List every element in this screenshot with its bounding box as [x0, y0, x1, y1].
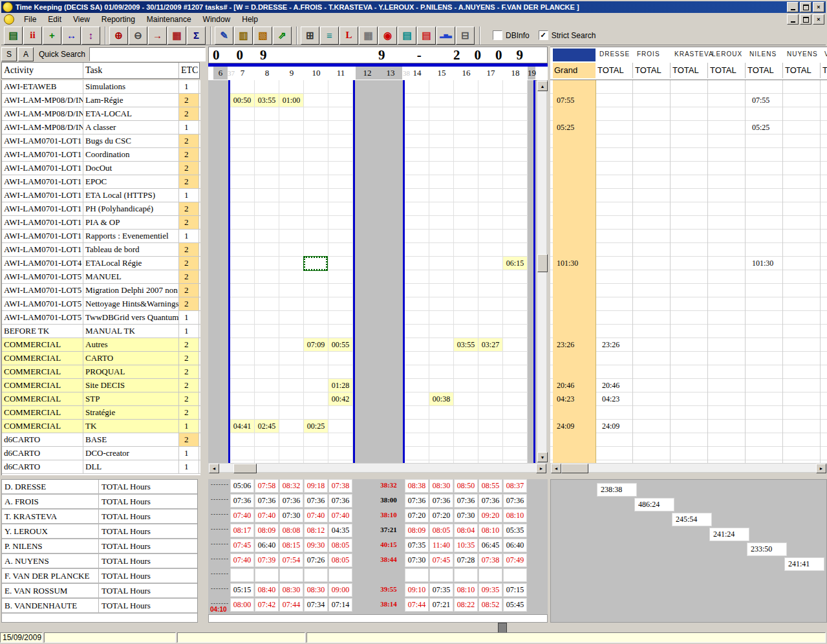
daily-hours-cell[interactable]: 09:00 — [328, 583, 352, 597]
hour-header-12[interactable]: 12 — [356, 67, 379, 80]
person-row[interactable]: A. FROISTOTAL Hours — [2, 495, 197, 510]
calculator-button[interactable]: ⊞ — [301, 27, 319, 45]
task-row[interactable]: d6CARTOBASE2 — [2, 433, 200, 447]
person-row[interactable]: B. VANDENHAUTETOTAL Hours — [2, 599, 197, 614]
sum-button[interactable]: Σ — [187, 27, 206, 45]
task-row[interactable]: AWI-LAM0701-LOT1Coordination2 — [2, 148, 200, 162]
person-column-header-v[interactable]: V — [824, 50, 827, 58]
totals-horizontal-scrollbar[interactable]: ◄ ► — [550, 463, 827, 473]
search-mode-a-button[interactable]: A — [18, 47, 34, 61]
daily-hours-cell[interactable]: 08:10 — [454, 583, 478, 597]
daily-hours-cell[interactable]: 07:36 — [255, 494, 279, 508]
daily-hours-cell[interactable]: 06:45 — [478, 539, 502, 552]
daily-hours-cell[interactable]: 08:05 — [328, 539, 352, 552]
calendar-day-button[interactable]: ▦ — [359, 27, 378, 45]
daily-hours-cell[interactable]: 05:06 — [230, 479, 254, 493]
daily-hours-cell[interactable]: 07:30 — [405, 553, 429, 567]
person-row[interactable]: A. NUYENSTOTAL Hours — [2, 554, 197, 569]
task-row[interactable]: COMMERCIALAutres2 — [2, 338, 200, 352]
task-etc-cell[interactable]: 1 — [179, 325, 199, 338]
daily-hours-cell[interactable]: 07:40 — [230, 553, 254, 567]
daily-hours-cell[interactable]: 08:30 — [429, 479, 453, 493]
task-activity-cell[interactable]: COMMERCIAL — [2, 352, 83, 365]
daily-hours-cell[interactable]: 08:09 — [255, 524, 279, 537]
calendar-grid-button[interactable]: ▦ — [167, 27, 186, 45]
task-row[interactable]: AWI-LAM0701-LOT5MANUEL2 — [2, 270, 200, 284]
task-etc-cell[interactable]: 2 — [179, 257, 199, 270]
daily-hours-cell[interactable]: 07:42 — [255, 598, 279, 612]
task-etc-cell[interactable]: 2 — [179, 270, 199, 283]
task-row[interactable]: AWI-LAM0701-LOT5Migration Delphi 2007 no… — [2, 284, 200, 297]
daily-hours-cell[interactable]: 06:40 — [503, 539, 527, 552]
list-lines-button[interactable]: ≡ — [320, 27, 339, 45]
restore-button[interactable] — [800, 2, 811, 12]
task-etc-cell[interactable]: 2 — [179, 162, 199, 175]
daily-hours-cell[interactable]: 08:05 — [328, 553, 352, 567]
scroll-right-icon[interactable]: ► — [536, 464, 546, 473]
task-row[interactable]: d6CARTODCO-creator1 — [2, 447, 200, 460]
redo-arrow-button[interactable]: ⇗ — [273, 27, 292, 45]
task-row[interactable]: AWI-LAM0701-LOT1EPOC2 — [2, 175, 200, 189]
copy-button[interactable]: ▥ — [234, 27, 253, 45]
splitter-handle[interactable] — [498, 623, 507, 633]
time-entry-cell[interactable]: 00:55 — [328, 338, 352, 351]
daily-hours-cell[interactable]: 09:10 — [405, 583, 429, 597]
hour-header-9[interactable]: 9 — [279, 67, 304, 80]
daily-hours-cell[interactable] — [304, 568, 328, 582]
task-name-cell[interactable]: EPOC — [83, 175, 179, 188]
daily-hours-cell[interactable]: 07:58 — [255, 479, 279, 493]
totals-scroll-left-icon[interactable]: ◄ — [551, 464, 561, 473]
daily-hours-cell[interactable]: 07:34 — [304, 598, 328, 612]
daily-hours-cell[interactable]: 08:22 — [454, 598, 478, 612]
quick-search-input[interactable] — [89, 47, 206, 61]
task-row[interactable]: AWI-LAM0701-LOT1DocOut2 — [2, 162, 200, 175]
daily-hours-cell[interactable]: 05:35 — [503, 524, 527, 537]
task-name-cell[interactable]: PROQUAL — [83, 365, 179, 378]
dbinfo-checkbox-box[interactable] — [493, 30, 502, 40]
daily-hours-cell[interactable]: 07:38 — [328, 479, 352, 493]
task-activity-cell[interactable]: d6CARTO — [2, 460, 83, 473]
task-etc-cell[interactable]: 2 — [179, 392, 199, 405]
task-name-cell[interactable]: DLL — [83, 460, 179, 473]
task-name-cell[interactable]: Simulations — [83, 80, 179, 93]
task-etc-cell[interactable]: 1 — [179, 420, 199, 433]
daily-hours-cell[interactable]: 07:54 — [279, 553, 303, 567]
daily-hours-cell[interactable]: 07:21 — [429, 598, 453, 612]
task-name-cell[interactable]: TwwDBGrid vers QuantumG — [83, 311, 179, 324]
person-column-header-krasteva[interactable]: KRASTEVA — [674, 50, 714, 58]
daily-hours-cell[interactable]: 08:10 — [478, 524, 502, 537]
daily-hours-cell[interactable] — [429, 568, 453, 582]
task-etc-cell[interactable]: 1 — [179, 80, 199, 93]
task-name-cell[interactable]: Migration Delphi 2007 non F. — [83, 284, 179, 297]
task-activity-cell[interactable]: COMMERCIAL — [2, 392, 83, 405]
task-activity-cell[interactable]: AWI-LAM0701-LOT1 — [2, 216, 83, 229]
fit-width-button[interactable]: ↔ — [62, 27, 81, 45]
selected-cell[interactable] — [304, 257, 327, 270]
timeline-grid[interactable]: 00:5003:5501:0006:1507:0900:5503:5503:27… — [208, 80, 535, 463]
task-etc-cell[interactable]: 2 — [179, 107, 199, 120]
bar-chart-button[interactable]: ▂▅▃ — [436, 27, 455, 45]
daily-hours-cell[interactable] — [454, 568, 478, 582]
task-row[interactable]: COMMERCIALPROQUAL2 — [2, 365, 200, 379]
task-name-cell[interactable]: MANUEL — [83, 270, 179, 283]
task-name-cell[interactable]: PH (Polyhandicapé) — [83, 202, 179, 215]
minimize-button[interactable] — [787, 2, 799, 12]
task-etc-cell[interactable]: 1 — [179, 230, 199, 242]
daily-hours-cell[interactable] — [279, 568, 303, 582]
horizontal-scroll-thumb[interactable] — [233, 464, 257, 473]
task-name-cell[interactable]: Site DECIS — [83, 379, 179, 392]
hour-header-16[interactable]: 16 — [454, 67, 478, 80]
person-column-header-frois[interactable]: FROIS — [637, 50, 660, 58]
menu-item-window[interactable]: Window — [197, 14, 237, 25]
task-activity-cell[interactable]: COMMERCIAL — [2, 365, 83, 378]
hour-header-13[interactable]: 13 — [379, 67, 402, 80]
hour-header-6[interactable]: 6 — [213, 67, 228, 80]
daily-hours-cell[interactable]: 07:30 — [279, 509, 303, 522]
task-etc-cell[interactable]: 2 — [179, 175, 199, 188]
task-name-cell[interactable]: TK — [83, 420, 179, 433]
daily-hours-cell[interactable]: 08:40 — [255, 583, 279, 597]
task-activity-cell[interactable]: AWI-LAM0701-LOT1 — [2, 148, 83, 161]
totals-scroll-thumb[interactable] — [561, 464, 588, 473]
daily-hours-cell[interactable]: 07:49 — [503, 553, 527, 567]
task-activity-cell[interactable]: AWI-LAM0701-LOT1 — [2, 175, 83, 188]
